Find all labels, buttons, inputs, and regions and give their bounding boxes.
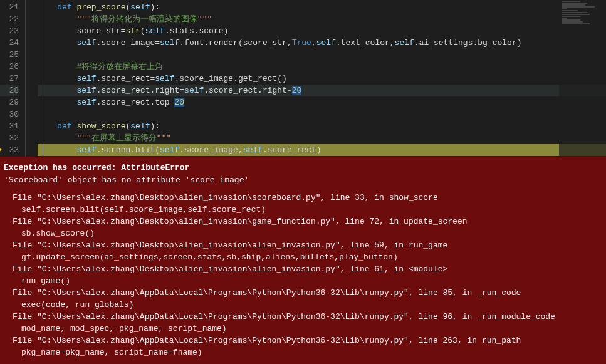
debug-exception-panel: Exception has occurred: AttributeError '… bbox=[0, 157, 606, 364]
stack-frame-code: sb.show_score() bbox=[21, 227, 602, 239]
code-line: self.score_rect.right=self.score_rect.ri… bbox=[38, 85, 606, 96]
stack-frame: File "C:\Users\alex.zhang\Desktop\alien_… bbox=[13, 263, 602, 275]
exception-message: 'Scoreboard' object has no attribute 'sc… bbox=[4, 174, 602, 185]
stack-frame-code: gf.update_screen(ai_settings,screen,stat… bbox=[21, 251, 602, 263]
code-line: score_str=str(self.stats.score) bbox=[38, 25, 606, 37]
line-number: 23 bbox=[0, 25, 19, 37]
breakpoint-icon[interactable] bbox=[0, 147, 2, 153]
code-line: self.score_rect.top=20 bbox=[38, 96, 606, 108]
stack-frame: File "C:\Users\alex.zhang\Desktop\alien_… bbox=[13, 239, 602, 251]
line-number: 32 bbox=[0, 132, 19, 144]
line-number: 27 bbox=[0, 73, 19, 85]
stack-frame: File "C:\Users\alex.zhang\Desktop\alien_… bbox=[13, 192, 602, 204]
code-line: self.score_rect=self.score_image.get_rec… bbox=[38, 73, 606, 85]
line-number: 31 bbox=[0, 120, 19, 132]
line-number: 29 bbox=[0, 96, 19, 108]
line-number: 28 bbox=[0, 85, 19, 96]
code-line: def show_score(self): bbox=[38, 120, 606, 132]
stack-frame-code: self.screen.blit(self.score_image,self.s… bbox=[21, 204, 602, 216]
line-number: 22 bbox=[0, 13, 19, 25]
line-number: 26 bbox=[0, 61, 19, 73]
line-number: 33 bbox=[0, 144, 19, 156]
stack-frame: File "C:\Users\alex.zhang\AppData\Local\… bbox=[13, 311, 602, 323]
stack-frame: File "C:\Users\alex.zhang\AppData\Local\… bbox=[13, 287, 602, 299]
code-line: #将得分放在屏幕右上角 bbox=[38, 61, 606, 73]
line-number-gutter: 21 22 23 24 25 26 27 28 29 30 31 32 33 bbox=[0, 0, 25, 157]
minimap[interactable] bbox=[559, 0, 606, 157]
code-line: """将得分转化为一幅渲染的图像""" bbox=[38, 13, 606, 25]
stack-frame-code: pkg_name=pkg_name, script_name=fname) bbox=[21, 346, 602, 358]
code-line: """在屏幕上显示得分""" bbox=[38, 132, 606, 144]
code-line: self.screen.blit(self.score_image,self.s… bbox=[38, 144, 606, 156]
code-line: def prep_score(self): bbox=[38, 1, 606, 13]
line-number: 30 bbox=[0, 108, 19, 120]
code-line: self.score_image=self.font.render(score_… bbox=[38, 37, 606, 49]
stack-frame: File "C:\Users\alex.zhang\Desktop\alien_… bbox=[13, 216, 602, 227]
code-editor[interactable]: 21 22 23 24 25 26 27 28 29 30 31 32 33 d… bbox=[0, 0, 606, 157]
exception-title: Exception has occurred: AttributeError bbox=[4, 162, 602, 174]
stack-frame-code: run_game() bbox=[21, 275, 602, 287]
code-content[interactable]: def prep_score(self): """将得分转化为一幅渲染的图像""… bbox=[25, 0, 606, 157]
line-number: 21 bbox=[0, 1, 19, 13]
stack-frame: File "C:\Users\alex.zhang\AppData\Local\… bbox=[13, 335, 602, 346]
line-number: 24 bbox=[0, 37, 19, 49]
code-line bbox=[38, 49, 606, 61]
line-number: 25 bbox=[0, 49, 19, 61]
code-line bbox=[38, 108, 606, 120]
stack-frame-code: mod_name, mod_spec, pkg_name, script_nam… bbox=[21, 323, 602, 335]
stack-frame-code: exec(code, run_globals) bbox=[21, 299, 602, 311]
